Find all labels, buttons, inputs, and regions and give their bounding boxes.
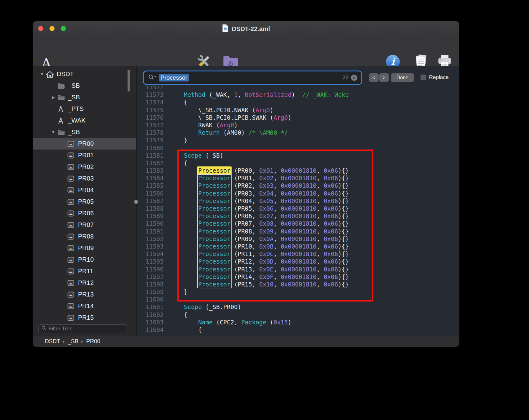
line-number: 11603 [137, 318, 164, 326]
breadcrumb-separator-icon: ▸ [81, 339, 84, 344]
search-match: Processor [198, 243, 231, 250]
filter-tree-field[interactable]: Filter Tree [38, 324, 127, 333]
line-number: 11595 [137, 258, 164, 265]
tree-item-pr00[interactable]: PR00 [33, 138, 136, 150]
done-button[interactable]: Done [391, 73, 414, 82]
replace-checkbox[interactable] [421, 75, 426, 80]
line-number: 11578 [137, 129, 164, 136]
line-content: Processor (PR06, 0x07, 0x00001810, 0x06)… [170, 212, 349, 220]
search-match: Processor [198, 281, 231, 288]
code-line: 11590Processor (PR07, 0x08, 0x00001810, … [137, 220, 459, 227]
tree-item-_wak[interactable]: _WAK [33, 115, 136, 126]
tree-item-pr07[interactable]: PR07 [33, 219, 136, 231]
disclosure-open-icon[interactable]: ▼ [49, 130, 57, 134]
tree-item-pr03[interactable]: PR03 [33, 173, 136, 184]
tree-item-dsdt[interactable]: ▼DSDT [33, 68, 129, 80]
code-line: 11583Processor (PR00, 0x01, 0x00001810, … [137, 167, 459, 174]
code-line: 11576\_SB.PCI0.LPCB.SWAK (Arg0) [137, 114, 459, 121]
sidebar-scrollbar[interactable] [128, 70, 130, 92]
sidebar: ▼DSDT_SB▶_SB_PTS_WAK▼_SBPR00PR01PR02PR03… [33, 66, 137, 336]
code-line: 11604{ [137, 326, 459, 333]
line-number: 11583 [137, 167, 164, 174]
tree-item-pr06[interactable]: PR06 [33, 207, 136, 219]
tree-item-_pts[interactable]: _PTS [33, 103, 136, 115]
house-icon [46, 71, 57, 78]
line-content: } [170, 136, 187, 144]
breadcrumb-item-pr00[interactable]: PR00 [86, 338, 100, 345]
split-handle[interactable] [134, 200, 138, 204]
device-icon [67, 141, 78, 147]
tree-item-_sb[interactable]: ▶_SB [33, 92, 136, 103]
tree-item-pr10[interactable]: PR10 [33, 254, 136, 265]
line-content: Processor (PR02, 0x03, 0x00001810, 0x06)… [170, 182, 349, 189]
code-line: 11573Method (_WAK, 1, NotSerialized) // … [137, 91, 459, 98]
line-number: 11588 [137, 205, 164, 212]
line-number: 11597 [137, 273, 164, 281]
line-content: \_SB.PCI0.NWAK (Arg0) [170, 106, 274, 114]
line-content: Processor (PR11, 0x0C, 0x00001810, 0x06)… [170, 250, 349, 258]
code-line: 11578Return (AM00) /* \AM00 */ [137, 129, 459, 136]
code-line: 11598Processor (PR15, 0x10, 0x00001810, … [137, 281, 459, 288]
line-number: 11582 [137, 159, 164, 167]
tree-item-pr12[interactable]: PR12 [33, 277, 136, 289]
clear-search-icon[interactable]: ✕ [351, 75, 357, 81]
tree-item-pr09[interactable]: PR09 [33, 242, 136, 254]
line-content: } [170, 288, 187, 296]
line-number: 11579 [137, 136, 164, 144]
sidebar-tree: ▼DSDT_SB▶_SB_PTS_WAK▼_SBPR00PR01PR02PR03… [33, 66, 136, 323]
code-line: 11584Processor (PR01, 0x02, 0x00001810, … [137, 174, 459, 182]
tree-item-pr05[interactable]: PR05 [33, 196, 136, 207]
disclosure-open-icon[interactable]: ▼ [38, 72, 46, 76]
disclosure-closed-icon[interactable]: ▶ [49, 95, 57, 100]
tree-item-label: PR02 [78, 163, 94, 171]
line-content: Processor (PR15, 0x10, 0x00001810, 0x06)… [170, 281, 349, 288]
line-number: 11586 [137, 190, 164, 197]
device-icon [67, 257, 78, 263]
tree-item-pr04[interactable]: PR04 [33, 184, 136, 196]
search-match: Processor [198, 266, 231, 273]
code-lines: 1157211573Method (_WAK, 1, NotSerialized… [137, 86, 459, 333]
device-icon [67, 164, 78, 170]
tree-item-_sb[interactable]: _SB [33, 80, 136, 92]
tree-item-pr02[interactable]: PR02 [33, 161, 136, 173]
line-number: 11602 [137, 311, 164, 318]
breadcrumb-item-_sb[interactable]: _SB [68, 338, 79, 345]
line-number: 11598 [137, 281, 164, 288]
line-content: \_SB.PCI0.LPCB.SWAK (Arg0) [170, 114, 291, 121]
search-match: Processor [198, 190, 231, 197]
code-line: 11594Processor (PR11, 0x0C, 0x00001810, … [137, 250, 459, 258]
toolbar: A Fonts Compile [33, 36, 459, 66]
tree-item-label: _SB [68, 82, 80, 89]
device-icon [67, 234, 78, 240]
tree-item-pr08[interactable]: PR08 [33, 231, 136, 242]
tree-item-label: PR14 [78, 302, 94, 310]
tree-item-pr13[interactable]: PR13 [33, 289, 136, 300]
code-line: 11587Processor (PR04, 0x05, 0x00001810, … [137, 197, 459, 205]
tree-item-label: PR13 [78, 291, 94, 298]
tree-item-pr15[interactable]: PR15 [33, 312, 136, 323]
line-content: Method (_WAK, 1, NotSerialized) // _WAK:… [170, 91, 349, 98]
tree-item-pr14[interactable]: PR14 [33, 300, 136, 312]
code-line: 11595Processor (PR12, 0x0D, 0x00001810, … [137, 258, 459, 265]
search-input[interactable]: Processor 22 ✕ [144, 71, 361, 84]
line-content: Processor (PR07, 0x08, 0x00001810, 0x06)… [170, 220, 349, 227]
folder-icon [57, 129, 68, 135]
device-icon [67, 268, 78, 275]
tree-item-_sb[interactable]: ▼_SB [33, 126, 136, 138]
window-title: DSDT-22.aml [232, 25, 270, 33]
code-line: 11572 [137, 86, 459, 91]
line-content: Scope (_SB) [170, 152, 223, 159]
code-editor[interactable]: 1157211573Method (_WAK, 1, NotSerialized… [137, 86, 459, 336]
search-match-current: Processor [197, 166, 232, 175]
code-line: 11597Processor (PR14, 0x0F, 0x00001810, … [137, 273, 459, 281]
tree-item-pr01[interactable]: PR01 [33, 150, 136, 161]
filter-tree-placeholder: Filter Tree [49, 326, 73, 332]
line-number: 11591 [137, 228, 164, 235]
tree-item-pr11[interactable]: PR11 [33, 265, 136, 277]
breadcrumb-item-dsdt[interactable]: DSDT [45, 338, 60, 345]
line-number: 11573 [137, 91, 164, 98]
search-match-count: 22 [343, 75, 348, 81]
find-previous-button[interactable]: < [369, 73, 379, 82]
line-number: 11577 [137, 121, 164, 129]
find-next-button[interactable]: > [379, 73, 389, 82]
